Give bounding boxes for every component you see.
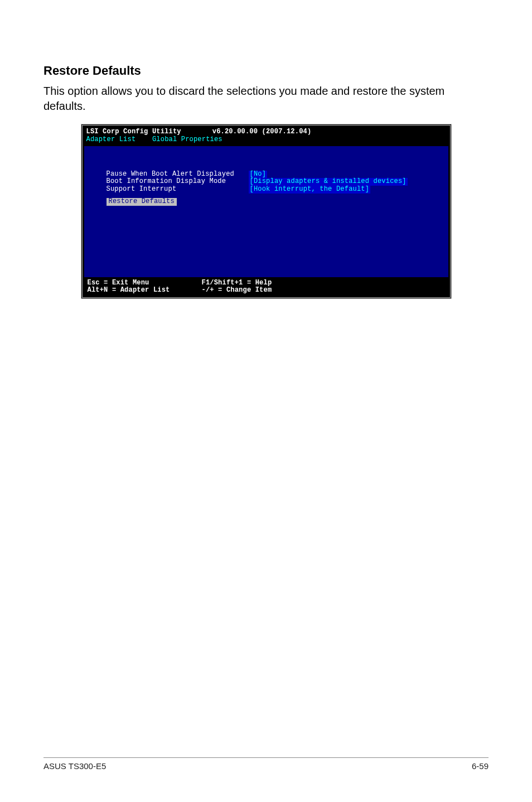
utility-version: v6.20.00.00 (2007.12.04): [212, 128, 312, 136]
utility-name: LSI Corp Config Utility: [86, 128, 181, 136]
bios-key-hints: Esc = Exit Menu F1/Shift+1 = Help Alt+N …: [84, 277, 448, 296]
section-body: This option allows you to discard the se…: [43, 84, 489, 114]
bios-property-label: Support Interrupt: [107, 186, 249, 194]
page-footer: ASUS TS300-E5 6-59: [43, 757, 489, 771]
breadcrumb-current: Global Properties: [152, 136, 223, 143]
bios-property-value: [Display adapters & installed devices]: [249, 178, 408, 186]
bios-property-label: Pause When Boot Alert Displayed: [107, 171, 249, 178]
footer-left: ASUS TS300-E5: [43, 761, 106, 771]
breadcrumb-root: Adapter List: [86, 136, 136, 143]
bios-property-row: Pause When Boot Alert Displayed [No]: [107, 171, 426, 178]
hint-help: F1/Shift+1 = Help: [202, 279, 272, 287]
hint-change: -/+ = Change Item: [202, 287, 272, 294]
bios-property-row: Support Interrupt [Hook interrupt, the D…: [107, 186, 426, 194]
bios-body: Pause When Boot Alert Displayed [No] Boo…: [84, 146, 448, 277]
hint-esc: Esc = Exit Menu: [88, 279, 202, 287]
bios-property-label: Boot Information Display Mode: [107, 178, 249, 186]
bios-property-value: [No]: [249, 171, 268, 178]
bios-property-row: Boot Information Display Mode [Display a…: [107, 178, 426, 186]
bios-breadcrumb: Adapter List Global Properties: [84, 136, 448, 146]
restore-defaults-item: Restore Defaults: [107, 198, 177, 206]
hint-altn: Alt+N = Adapter List: [88, 287, 202, 294]
footer-page-number: 6-59: [472, 761, 489, 771]
bios-property-value: [Hook interrupt, the Default]: [249, 186, 371, 194]
bios-title-bar: LSI Corp Config Utility v6.20.00.00 (200…: [84, 127, 448, 136]
bios-screenshot: LSI Corp Config Utility v6.20.00.00 (200…: [81, 124, 452, 299]
section-heading: Restore Defaults: [43, 64, 489, 78]
